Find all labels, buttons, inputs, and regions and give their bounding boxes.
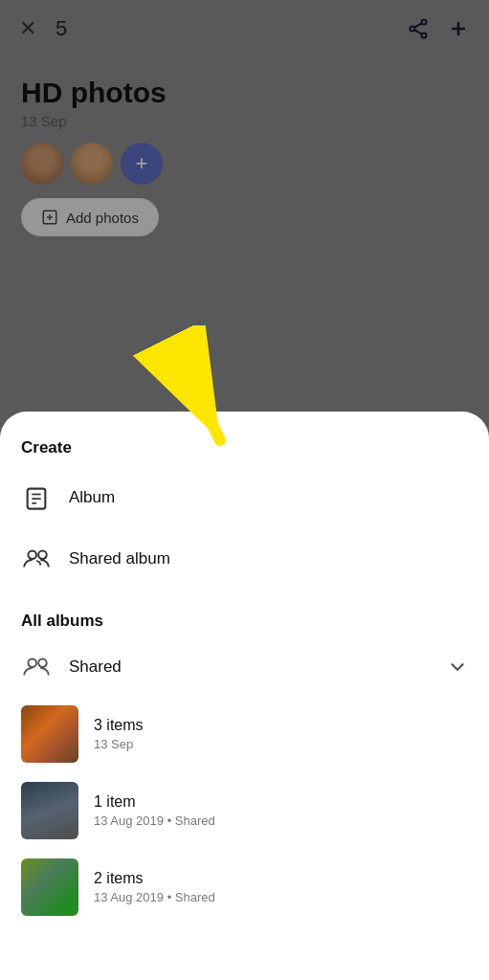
svg-point-17 xyxy=(38,550,47,559)
album-meta-1: 13 Aug 2019 • Shared xyxy=(94,813,215,828)
album-thumb-0 xyxy=(21,705,78,763)
album-meta-0: 13 Sep xyxy=(94,737,144,751)
album-count-0: 3 items xyxy=(94,717,144,734)
shared-icon xyxy=(21,652,52,682)
album-count-1: 1 item xyxy=(94,793,215,811)
shared-album-menu-item[interactable]: Shared album xyxy=(0,528,489,590)
svg-line-11 xyxy=(172,345,220,440)
album-thumb-2 xyxy=(21,858,78,916)
shared-row[interactable]: Shared xyxy=(0,638,489,696)
album-info-1: 1 item 13 Aug 2019 • Shared xyxy=(94,793,215,828)
svg-point-18 xyxy=(28,658,36,667)
album-meta-2: 13 Aug 2019 • Shared xyxy=(94,890,215,904)
album-info-2: 2 items 13 Aug 2019 • Shared xyxy=(94,870,215,904)
album-count-2: 2 items xyxy=(94,870,215,887)
yellow-arrow xyxy=(115,325,268,479)
album-item-2[interactable]: 2 items 13 Aug 2019 • Shared xyxy=(0,849,489,925)
shared-album-icon xyxy=(21,544,52,574)
album-info-0: 3 items 13 Sep xyxy=(94,717,144,751)
album-icon xyxy=(21,482,52,513)
chevron-down-icon xyxy=(447,657,468,678)
shared-label: Shared xyxy=(69,657,122,677)
shared-row-left: Shared xyxy=(21,652,122,682)
album-item-1[interactable]: 1 item 13 Aug 2019 • Shared xyxy=(0,772,489,849)
all-albums-section-label: All albums xyxy=(0,602,489,638)
divider xyxy=(0,595,489,596)
svg-point-19 xyxy=(38,658,47,667)
album-thumb-1 xyxy=(21,782,78,839)
album-label: Album xyxy=(69,488,115,507)
bottom-sheet: Create Album Shared album All alb xyxy=(0,412,489,980)
album-item-0[interactable]: 3 items 13 Sep xyxy=(0,696,489,772)
shared-album-label: Shared album xyxy=(69,549,170,568)
svg-point-16 xyxy=(28,550,36,559)
